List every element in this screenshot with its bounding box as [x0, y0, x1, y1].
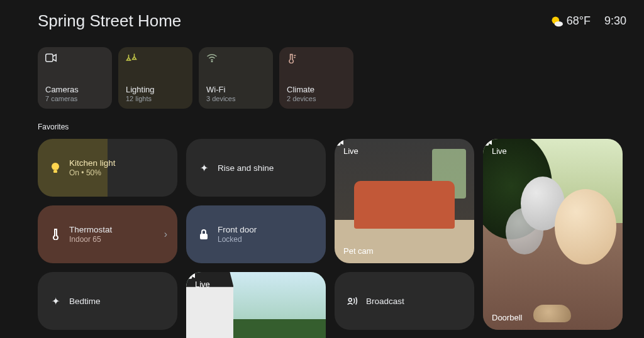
clock: 9:30 — [604, 14, 626, 28]
tile-title: Broadcast — [366, 297, 404, 306]
sparkle-icon: ✦ — [197, 162, 210, 174]
tile-broadcast[interactable]: Broadcast — [335, 272, 474, 330]
chevron-right-icon: › — [164, 229, 167, 240]
header: Spring Street Home 68°F 9:30 — [38, 11, 626, 31]
cam-name: Doorbell — [492, 313, 614, 322]
tile-sub: Indoor 65 — [69, 235, 112, 244]
svg-point-3 — [211, 61, 213, 62]
light-icon — [126, 53, 185, 65]
tile-kitchen-light[interactable]: Kitchen light On • 50% — [38, 139, 177, 197]
tile-yard-cam[interactable]: Live Yard cam — [186, 272, 326, 338]
tile-title: Kitchen light — [69, 158, 116, 168]
broadcast-icon — [346, 297, 358, 305]
live-badge: Live — [195, 280, 317, 289]
category-label: Lighting — [126, 85, 185, 94]
category-cameras[interactable]: Cameras 7 cameras — [38, 47, 112, 109]
svg-rect-8 — [200, 234, 208, 239]
svg-rect-9 — [186, 272, 192, 279]
home-title: Spring Street Home — [38, 11, 540, 31]
svg-rect-7 — [483, 139, 489, 146]
tile-doorbell-cam[interactable]: Live Doorbell — [483, 139, 623, 330]
category-lighting[interactable]: Lighting 12 lights — [118, 47, 192, 109]
thermometer-icon — [49, 229, 62, 240]
favorites-grid: Kitchen light On • 50% ✦ Rise and shine … — [38, 139, 621, 338]
svg-rect-5 — [53, 170, 57, 173]
category-climate[interactable]: Climate 2 devices — [279, 47, 353, 109]
weather-temp: 68°F — [567, 14, 591, 28]
tile-sub: On • 50% — [69, 168, 116, 177]
sparkle-icon: ✦ — [49, 295, 62, 307]
category-label: Climate — [287, 85, 346, 94]
svg-rect-2 — [46, 54, 53, 62]
category-label: Wi-Fi — [206, 85, 265, 94]
bulb-icon — [49, 162, 62, 173]
tile-pet-cam[interactable]: Live Pet cam — [335, 139, 474, 263]
category-sub: 7 cameras — [45, 95, 104, 102]
category-wifi[interactable]: Wi-Fi 3 devices — [199, 47, 273, 109]
sun-cloud-icon — [550, 15, 563, 28]
cam-name: Pet cam — [343, 246, 465, 256]
thermometer-icon — [287, 53, 346, 65]
live-badge: Live — [492, 146, 614, 156]
category-sub: 12 lights — [126, 95, 185, 102]
svg-rect-6 — [335, 139, 340, 146]
tile-bedtime[interactable]: ✦ Bedtime — [38, 272, 177, 330]
weather-widget[interactable]: 68°F — [550, 14, 591, 28]
lock-icon — [197, 229, 210, 239]
live-badge: Live — [343, 146, 465, 156]
tile-title: Front door — [218, 225, 257, 234]
svg-point-10 — [348, 298, 352, 302]
tile-thermostat[interactable]: Thermostat Indoor 65 › — [38, 205, 177, 263]
favorites-label: Favorites — [38, 123, 626, 131]
tile-title: Thermostat — [69, 225, 112, 234]
categories-row: Cameras 7 cameras Lighting 12 lights Wi-… — [38, 47, 626, 109]
svg-point-4 — [52, 163, 59, 170]
tile-rise-and-shine[interactable]: ✦ Rise and shine — [186, 139, 326, 197]
wifi-icon — [206, 53, 265, 65]
camera-icon — [45, 53, 104, 65]
category-sub: 3 devices — [206, 95, 265, 102]
tile-title: Bedtime — [69, 297, 101, 306]
category-sub: 2 devices — [287, 95, 346, 102]
category-label: Cameras — [45, 85, 104, 94]
svg-point-1 — [554, 21, 562, 26]
tile-sub: Locked — [218, 235, 257, 244]
tile-title: Rise and shine — [218, 163, 274, 173]
tile-front-door[interactable]: Front door Locked — [186, 205, 326, 263]
